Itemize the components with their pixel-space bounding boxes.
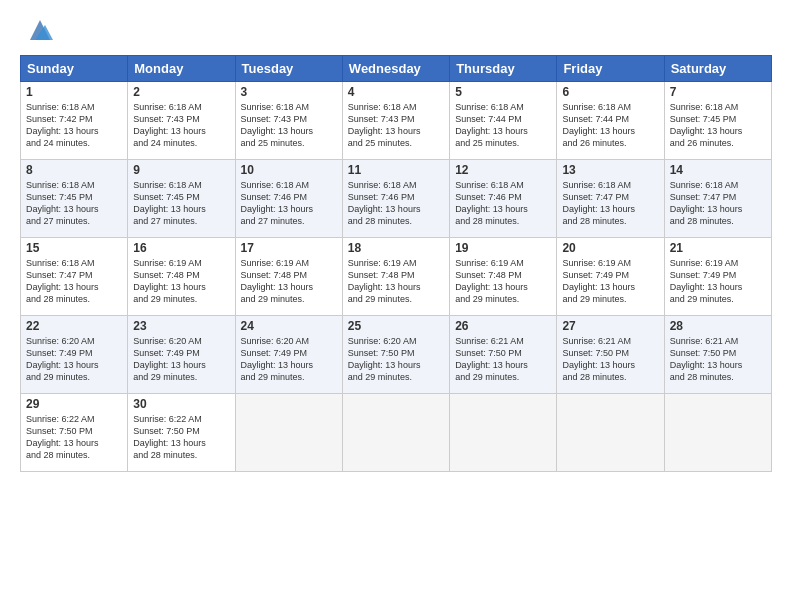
day-number: 6	[562, 85, 658, 99]
day-number: 1	[26, 85, 122, 99]
day-number: 17	[241, 241, 337, 255]
day-info: Sunrise: 6:18 AM Sunset: 7:46 PM Dayligh…	[241, 179, 337, 228]
day-cell-1: 1 Sunrise: 6:18 AM Sunset: 7:42 PM Dayli…	[21, 82, 128, 160]
day-cell-26: 26 Sunrise: 6:21 AM Sunset: 7:50 PM Dayl…	[450, 316, 557, 394]
day-info: Sunrise: 6:18 AM Sunset: 7:46 PM Dayligh…	[348, 179, 444, 228]
calendar: SundayMondayTuesdayWednesdayThursdayFrid…	[20, 55, 772, 472]
day-number: 7	[670, 85, 766, 99]
day-info: Sunrise: 6:22 AM Sunset: 7:50 PM Dayligh…	[26, 413, 122, 462]
day-info: Sunrise: 6:18 AM Sunset: 7:47 PM Dayligh…	[26, 257, 122, 306]
calendar-body: 1 Sunrise: 6:18 AM Sunset: 7:42 PM Dayli…	[21, 82, 772, 472]
day-info: Sunrise: 6:19 AM Sunset: 7:48 PM Dayligh…	[241, 257, 337, 306]
day-info: Sunrise: 6:21 AM Sunset: 7:50 PM Dayligh…	[562, 335, 658, 384]
empty-cell	[450, 394, 557, 472]
day-info: Sunrise: 6:19 AM Sunset: 7:48 PM Dayligh…	[133, 257, 229, 306]
day-number: 26	[455, 319, 551, 333]
day-info: Sunrise: 6:21 AM Sunset: 7:50 PM Dayligh…	[670, 335, 766, 384]
day-info: Sunrise: 6:18 AM Sunset: 7:43 PM Dayligh…	[241, 101, 337, 150]
day-number: 18	[348, 241, 444, 255]
day-header-thursday: Thursday	[450, 56, 557, 82]
day-number: 13	[562, 163, 658, 177]
day-info: Sunrise: 6:20 AM Sunset: 7:50 PM Dayligh…	[348, 335, 444, 384]
day-info: Sunrise: 6:18 AM Sunset: 7:43 PM Dayligh…	[133, 101, 229, 150]
day-number: 14	[670, 163, 766, 177]
week-row-4: 22 Sunrise: 6:20 AM Sunset: 7:49 PM Dayl…	[21, 316, 772, 394]
day-cell-14: 14 Sunrise: 6:18 AM Sunset: 7:47 PM Dayl…	[664, 160, 771, 238]
day-number: 4	[348, 85, 444, 99]
day-info: Sunrise: 6:18 AM Sunset: 7:44 PM Dayligh…	[562, 101, 658, 150]
day-cell-12: 12 Sunrise: 6:18 AM Sunset: 7:46 PM Dayl…	[450, 160, 557, 238]
day-cell-20: 20 Sunrise: 6:19 AM Sunset: 7:49 PM Dayl…	[557, 238, 664, 316]
day-number: 5	[455, 85, 551, 99]
day-cell-24: 24 Sunrise: 6:20 AM Sunset: 7:49 PM Dayl…	[235, 316, 342, 394]
day-cell-6: 6 Sunrise: 6:18 AM Sunset: 7:44 PM Dayli…	[557, 82, 664, 160]
day-info: Sunrise: 6:18 AM Sunset: 7:45 PM Dayligh…	[670, 101, 766, 150]
logo	[20, 15, 55, 45]
day-info: Sunrise: 6:21 AM Sunset: 7:50 PM Dayligh…	[455, 335, 551, 384]
day-cell-4: 4 Sunrise: 6:18 AM Sunset: 7:43 PM Dayli…	[342, 82, 449, 160]
day-info: Sunrise: 6:20 AM Sunset: 7:49 PM Dayligh…	[133, 335, 229, 384]
day-number: 30	[133, 397, 229, 411]
week-row-2: 8 Sunrise: 6:18 AM Sunset: 7:45 PM Dayli…	[21, 160, 772, 238]
day-info: Sunrise: 6:18 AM Sunset: 7:44 PM Dayligh…	[455, 101, 551, 150]
day-number: 10	[241, 163, 337, 177]
day-cell-28: 28 Sunrise: 6:21 AM Sunset: 7:50 PM Dayl…	[664, 316, 771, 394]
day-number: 20	[562, 241, 658, 255]
day-info: Sunrise: 6:18 AM Sunset: 7:43 PM Dayligh…	[348, 101, 444, 150]
day-number: 16	[133, 241, 229, 255]
page: SundayMondayTuesdayWednesdayThursdayFrid…	[0, 0, 792, 612]
day-info: Sunrise: 6:18 AM Sunset: 7:46 PM Dayligh…	[455, 179, 551, 228]
day-cell-18: 18 Sunrise: 6:19 AM Sunset: 7:48 PM Dayl…	[342, 238, 449, 316]
day-header-monday: Monday	[128, 56, 235, 82]
day-info: Sunrise: 6:18 AM Sunset: 7:45 PM Dayligh…	[133, 179, 229, 228]
day-number: 27	[562, 319, 658, 333]
day-info: Sunrise: 6:20 AM Sunset: 7:49 PM Dayligh…	[26, 335, 122, 384]
day-cell-13: 13 Sunrise: 6:18 AM Sunset: 7:47 PM Dayl…	[557, 160, 664, 238]
day-info: Sunrise: 6:19 AM Sunset: 7:49 PM Dayligh…	[562, 257, 658, 306]
day-header-saturday: Saturday	[664, 56, 771, 82]
week-row-5: 29 Sunrise: 6:22 AM Sunset: 7:50 PM Dayl…	[21, 394, 772, 472]
day-info: Sunrise: 6:19 AM Sunset: 7:48 PM Dayligh…	[455, 257, 551, 306]
day-cell-29: 29 Sunrise: 6:22 AM Sunset: 7:50 PM Dayl…	[21, 394, 128, 472]
header-row: SundayMondayTuesdayWednesdayThursdayFrid…	[21, 56, 772, 82]
day-info: Sunrise: 6:18 AM Sunset: 7:47 PM Dayligh…	[562, 179, 658, 228]
day-cell-27: 27 Sunrise: 6:21 AM Sunset: 7:50 PM Dayl…	[557, 316, 664, 394]
day-info: Sunrise: 6:22 AM Sunset: 7:50 PM Dayligh…	[133, 413, 229, 462]
day-cell-22: 22 Sunrise: 6:20 AM Sunset: 7:49 PM Dayl…	[21, 316, 128, 394]
empty-cell	[235, 394, 342, 472]
day-number: 3	[241, 85, 337, 99]
day-number: 9	[133, 163, 229, 177]
day-cell-7: 7 Sunrise: 6:18 AM Sunset: 7:45 PM Dayli…	[664, 82, 771, 160]
day-header-sunday: Sunday	[21, 56, 128, 82]
week-row-1: 1 Sunrise: 6:18 AM Sunset: 7:42 PM Dayli…	[21, 82, 772, 160]
day-cell-15: 15 Sunrise: 6:18 AM Sunset: 7:47 PM Dayl…	[21, 238, 128, 316]
day-number: 21	[670, 241, 766, 255]
day-info: Sunrise: 6:18 AM Sunset: 7:42 PM Dayligh…	[26, 101, 122, 150]
day-number: 8	[26, 163, 122, 177]
day-number: 11	[348, 163, 444, 177]
day-cell-23: 23 Sunrise: 6:20 AM Sunset: 7:49 PM Dayl…	[128, 316, 235, 394]
day-info: Sunrise: 6:20 AM Sunset: 7:49 PM Dayligh…	[241, 335, 337, 384]
day-cell-25: 25 Sunrise: 6:20 AM Sunset: 7:50 PM Dayl…	[342, 316, 449, 394]
day-number: 2	[133, 85, 229, 99]
day-cell-3: 3 Sunrise: 6:18 AM Sunset: 7:43 PM Dayli…	[235, 82, 342, 160]
day-number: 22	[26, 319, 122, 333]
day-info: Sunrise: 6:19 AM Sunset: 7:49 PM Dayligh…	[670, 257, 766, 306]
day-header-tuesday: Tuesday	[235, 56, 342, 82]
day-cell-16: 16 Sunrise: 6:19 AM Sunset: 7:48 PM Dayl…	[128, 238, 235, 316]
empty-cell	[557, 394, 664, 472]
day-number: 29	[26, 397, 122, 411]
day-number: 23	[133, 319, 229, 333]
day-number: 19	[455, 241, 551, 255]
day-info: Sunrise: 6:19 AM Sunset: 7:48 PM Dayligh…	[348, 257, 444, 306]
header	[20, 15, 772, 45]
day-number: 12	[455, 163, 551, 177]
day-number: 25	[348, 319, 444, 333]
day-cell-10: 10 Sunrise: 6:18 AM Sunset: 7:46 PM Dayl…	[235, 160, 342, 238]
day-number: 15	[26, 241, 122, 255]
day-cell-2: 2 Sunrise: 6:18 AM Sunset: 7:43 PM Dayli…	[128, 82, 235, 160]
day-header-friday: Friday	[557, 56, 664, 82]
day-cell-21: 21 Sunrise: 6:19 AM Sunset: 7:49 PM Dayl…	[664, 238, 771, 316]
logo-icon	[25, 15, 55, 45]
empty-cell	[342, 394, 449, 472]
